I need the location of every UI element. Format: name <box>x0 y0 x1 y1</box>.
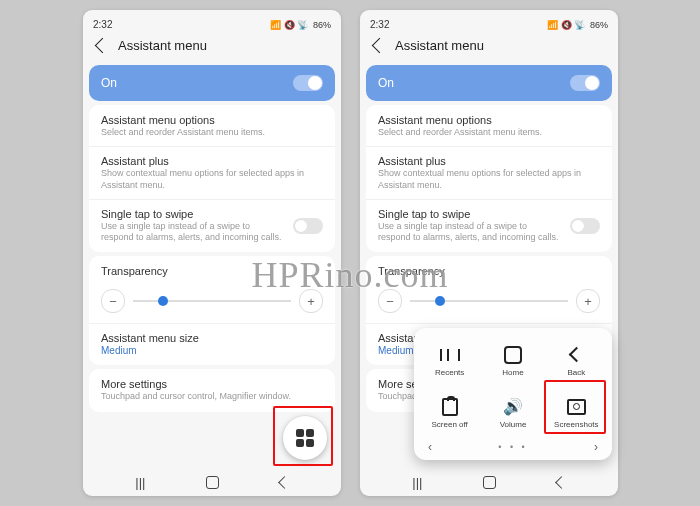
options-card: Assistant menu options Select and reorde… <box>366 105 612 252</box>
plus-button[interactable]: + <box>299 289 323 313</box>
main-toggle-label: On <box>378 76 394 90</box>
option-single-tap[interactable]: Single tap to swipe Use a single tap ins… <box>366 199 612 252</box>
nav-home[interactable] <box>483 476 496 489</box>
volume-icon: 🔊 <box>503 396 523 418</box>
transparency-slider[interactable]: − + <box>366 285 612 323</box>
slider-thumb[interactable] <box>158 296 168 306</box>
home-icon <box>504 346 522 364</box>
more-card: More settings Touchpad and cursor contro… <box>89 369 335 411</box>
slider-track[interactable] <box>133 300 291 302</box>
nav-recents[interactable]: ||| <box>412 475 422 490</box>
transparency-label: Transparency <box>378 265 600 277</box>
popup-home[interactable]: Home <box>481 334 544 386</box>
status-icons: 📶 🔇 📡 86% <box>268 19 331 30</box>
nav-recents[interactable]: ||| <box>135 475 145 490</box>
popup-back[interactable]: Back <box>545 334 608 386</box>
main-toggle[interactable]: On <box>366 65 612 101</box>
grid-icon <box>296 429 314 447</box>
popup-dots: • • • <box>498 442 527 452</box>
main-toggle[interactable]: On <box>89 65 335 101</box>
page-title: Assistant menu <box>395 38 484 53</box>
transparency-slider[interactable]: − + <box>89 285 335 323</box>
status-time: 2:32 <box>93 19 112 30</box>
back-icon[interactable] <box>95 38 111 54</box>
slider-track[interactable] <box>410 300 568 302</box>
nav-back[interactable] <box>555 476 568 489</box>
minus-button[interactable]: − <box>378 289 402 313</box>
nav-bar: ||| <box>360 468 618 496</box>
slider-thumb[interactable] <box>435 296 445 306</box>
option-assistant-plus[interactable]: Assistant plus Show contextual menu opti… <box>366 146 612 199</box>
popup-next[interactable]: › <box>594 440 598 454</box>
recents-icon <box>440 349 460 361</box>
lock-icon <box>442 398 458 416</box>
single-tap-switch[interactable] <box>293 218 323 234</box>
status-bar: 2:32 📶 🔇 📡 86% <box>83 10 341 35</box>
option-menu-size[interactable]: Assistant menu size Medium <box>89 323 335 364</box>
nav-home[interactable] <box>206 476 219 489</box>
assistant-fab[interactable] <box>283 416 327 460</box>
back-arrow-icon <box>569 347 585 363</box>
option-assistant-plus[interactable]: Assistant plus Show contextual menu opti… <box>89 146 335 199</box>
option-menu-options[interactable]: Assistant menu options Select and reorde… <box>89 106 335 146</box>
phone-right: 2:32 📶 🔇 📡 86% Assistant menu On Assista… <box>360 10 618 496</box>
plus-button[interactable]: + <box>576 289 600 313</box>
page-header: Assistant menu <box>83 35 341 61</box>
main-toggle-label: On <box>101 76 117 90</box>
toggle-switch-on[interactable] <box>293 75 323 91</box>
status-bar: 2:32 📶 🔇 📡 86% <box>360 10 618 35</box>
popup-screenshots[interactable]: Screenshots <box>545 386 608 438</box>
option-single-tap[interactable]: Single tap to swipe Use a single tap ins… <box>89 199 335 252</box>
transparency-card: Transparency − + Assistant menu size Med… <box>89 256 335 365</box>
assistant-popup: Recents Home Back Screen off 🔊 Volume <box>414 328 612 460</box>
status-time: 2:32 <box>370 19 389 30</box>
page-title: Assistant menu <box>118 38 207 53</box>
status-icons: 📶 🔇 📡 86% <box>545 19 608 30</box>
nav-back[interactable] <box>278 476 291 489</box>
screenshot-icon <box>567 399 586 415</box>
nav-bar: ||| <box>83 468 341 496</box>
phone-left: 2:32 📶 🔇 📡 86% Assistant menu On Assista… <box>83 10 341 496</box>
option-menu-options[interactable]: Assistant menu options Select and reorde… <box>366 106 612 146</box>
back-icon[interactable] <box>372 38 388 54</box>
options-card: Assistant menu options Select and reorde… <box>89 105 335 252</box>
popup-pager: ‹ • • • › <box>418 438 608 458</box>
page-header: Assistant menu <box>360 35 618 61</box>
transparency-label: Transparency <box>101 265 323 277</box>
toggle-switch-on[interactable] <box>570 75 600 91</box>
size-value: Medium <box>101 345 323 356</box>
popup-screen-off[interactable]: Screen off <box>418 386 481 438</box>
minus-button[interactable]: − <box>101 289 125 313</box>
option-more-settings[interactable]: More settings Touchpad and cursor contro… <box>89 370 335 410</box>
popup-prev[interactable]: ‹ <box>428 440 432 454</box>
popup-recents[interactable]: Recents <box>418 334 481 386</box>
popup-volume[interactable]: 🔊 Volume <box>481 386 544 438</box>
single-tap-switch[interactable] <box>570 218 600 234</box>
